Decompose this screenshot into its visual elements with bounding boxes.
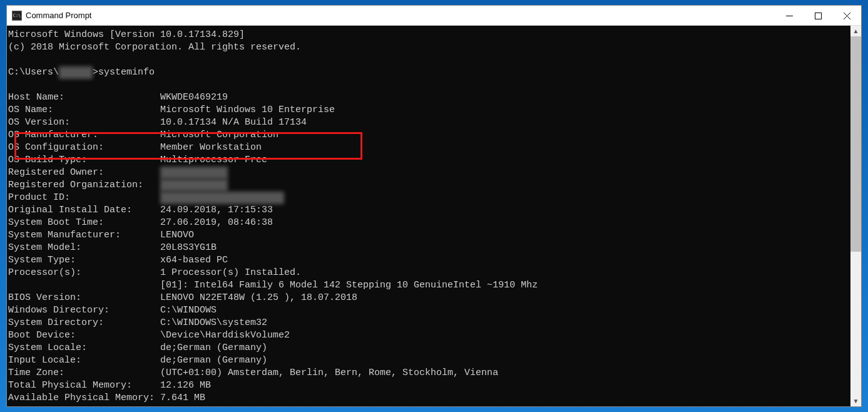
terminal-line: Boot Device: \Device\HarddiskVolume2 (8, 329, 850, 342)
terminal-line: Microsoft Windows [Version 10.0.17134.82… (8, 29, 850, 41)
maximize-icon (815, 13, 822, 19)
terminal-line: Host Name: WKWDE0469219 (8, 91, 850, 104)
terminal-line: OS Name: Microsoft Windows 10 Enterprise (8, 104, 850, 116)
terminal-line: Processor(s): 1 Processor(s) Installed. (8, 267, 850, 279)
terminal-line: OS Configuration: Member Workstation (8, 142, 850, 154)
scroll-track[interactable] (850, 36, 861, 396)
terminal-line: Registered Organization: ████████████ (8, 179, 850, 192)
scroll-down-arrow-icon[interactable]: ▼ (850, 396, 861, 406)
terminal-line: Total Physical Memory: 12.126 MB (8, 379, 850, 392)
close-icon (844, 13, 850, 19)
titlebar[interactable]: C:\ Command Prompt (7, 6, 861, 26)
terminal-line: System Manufacturer: LENOVO (8, 229, 850, 242)
terminal-line: System Boot Time: 27.06.2019, 08:46:38 (8, 217, 850, 229)
terminal-line: Registered Owner: ████████████ (8, 167, 850, 179)
terminal-line: Product ID: ██████████████████████ (8, 192, 850, 204)
terminal-line: Input Locale: de;German (Germany) (8, 354, 850, 367)
terminal-line (8, 54, 850, 66)
window-title: Command Prompt (26, 11, 775, 20)
terminal-line: System Locale: de;German (Germany) (8, 342, 850, 354)
terminal-line: System Directory: C:\WINDOWS\system32 (8, 317, 850, 329)
terminal-line: Original Install Date: 24.09.2018, 17:15… (8, 204, 850, 217)
terminal-line: System Model: 20L8S3YG1B (8, 242, 850, 254)
cmd-icon: C:\ (12, 11, 22, 21)
terminal-area: Microsoft Windows [Version 10.0.17134.82… (7, 26, 861, 406)
terminal-line: Windows Directory: C:\WINDOWS (8, 304, 850, 317)
command-prompt-window: C:\ Command Prompt Microsoft Windows [Ve… (6, 5, 862, 407)
terminal-output[interactable]: Microsoft Windows [Version 10.0.17134.82… (7, 26, 850, 406)
vertical-scrollbar[interactable]: ▲ ▼ (850, 26, 861, 406)
terminal-line: OS Manufacturer: Microsoft Corporation (8, 129, 850, 142)
terminal-line: BIOS Version: LENOVO N22ET48W (1.25 ), 1… (8, 292, 850, 304)
terminal-line: [01]: Intel64 Family 6 Model 142 Steppin… (8, 279, 850, 292)
terminal-line: OS Version: 10.0.17134 N/A Build 17134 (8, 116, 850, 129)
terminal-line: (c) 2018 Microsoft Corporation. All righ… (8, 41, 850, 54)
terminal-line: Time Zone: (UTC+01:00) Amsterdam, Berlin… (8, 367, 850, 379)
terminal-line: Available Physical Memory: 7.641 MB (8, 392, 850, 404)
minimize-button[interactable] (775, 6, 804, 26)
terminal-line (8, 79, 850, 91)
terminal-line: System Type: x64-based PC (8, 254, 850, 267)
scroll-thumb[interactable] (850, 36, 861, 252)
scroll-up-arrow-icon[interactable]: ▲ (850, 26, 861, 36)
terminal-line: C:\Users\██████>systeminfo (8, 66, 850, 79)
window-controls (775, 6, 861, 25)
maximize-button[interactable] (804, 6, 832, 26)
svg-rect-1 (815, 13, 821, 19)
minimize-icon (786, 13, 793, 19)
close-button[interactable] (832, 6, 861, 26)
terminal-line: OS Build Type: Multiprocessor Free (8, 154, 850, 167)
